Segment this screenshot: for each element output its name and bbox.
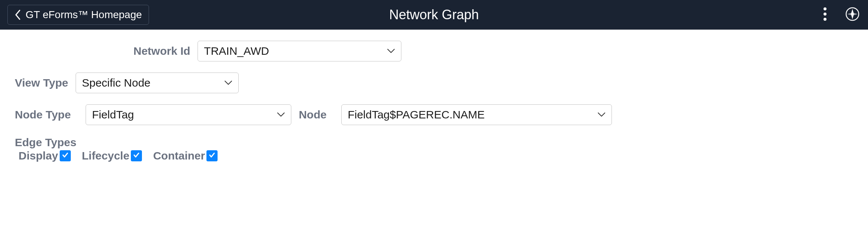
view-type-label: View Type <box>15 77 68 89</box>
svg-point-1 <box>824 13 826 16</box>
compass-icon <box>845 7 860 23</box>
display-checkbox-label: Display <box>19 150 58 162</box>
lifecycle-checkbox[interactable] <box>131 150 142 161</box>
chevron-down-icon <box>597 112 606 117</box>
network-id-label: Network Id <box>133 45 190 57</box>
edge-type-display: Display <box>19 150 71 162</box>
chevron-down-icon <box>387 48 395 54</box>
edge-types-title: Edge Types <box>15 136 853 149</box>
node-value: FieldTag$PAGEREC.NAME <box>348 108 597 121</box>
view-type-select[interactable]: Specific Node <box>76 73 239 93</box>
check-icon <box>62 151 69 160</box>
svg-point-2 <box>824 18 826 21</box>
network-id-select[interactable]: TRAIN_AWD <box>198 41 401 61</box>
chevron-left-icon <box>14 10 21 20</box>
back-button-label: GT eForms™ Homepage <box>26 9 142 21</box>
display-checkbox[interactable] <box>60 150 71 161</box>
check-icon <box>208 151 216 160</box>
edge-types-section: Edge Types Display Lifecycle C <box>15 136 853 162</box>
edge-type-lifecycle: Lifecycle <box>82 150 142 162</box>
edge-type-container: Container <box>153 150 218 162</box>
container-checkbox-label: Container <box>153 150 205 162</box>
back-button[interactable]: GT eForms™ Homepage <box>7 5 149 25</box>
node-row: Node Type FieldTag Node FieldTag$PAGEREC… <box>15 104 853 125</box>
view-type-row: View Type Specific Node <box>15 73 853 93</box>
lifecycle-checkbox-label: Lifecycle <box>82 150 129 162</box>
node-type-select[interactable]: FieldTag <box>86 104 291 125</box>
compass-button[interactable] <box>844 7 861 23</box>
edge-types-checkboxes: Display Lifecycle Container <box>19 150 853 162</box>
node-type-value: FieldTag <box>92 108 277 121</box>
view-type-value: Specific Node <box>82 77 224 89</box>
network-id-row: Network Id TRAIN_AWD <box>133 41 853 61</box>
chevron-down-icon <box>277 112 285 117</box>
node-select[interactable]: FieldTag$PAGEREC.NAME <box>341 104 612 125</box>
header-actions <box>817 7 861 23</box>
kebab-icon <box>823 7 827 23</box>
chevron-down-icon <box>224 80 232 85</box>
node-label: Node <box>299 108 327 121</box>
node-type-label: Node Type <box>15 108 71 121</box>
svg-point-0 <box>824 7 826 10</box>
check-icon <box>133 151 140 160</box>
container-checkbox[interactable] <box>206 150 218 161</box>
page-title: Network Graph <box>389 7 479 23</box>
more-menu-button[interactable] <box>817 7 833 23</box>
app-header: GT eForms™ Homepage Network Graph <box>0 0 868 30</box>
form-area: Network Id TRAIN_AWD View Type Specific … <box>0 30 868 169</box>
network-id-value: TRAIN_AWD <box>204 45 387 57</box>
